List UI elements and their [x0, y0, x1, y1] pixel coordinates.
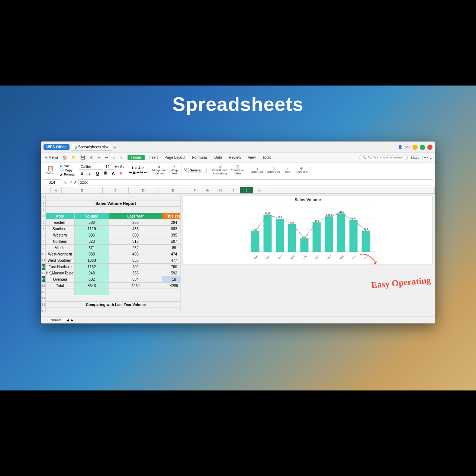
maximize-btn[interactable] [420, 145, 425, 150]
formula-input[interactable] [78, 179, 433, 186]
header-last-year[interactable]: Last Year [109, 213, 162, 219]
border-button[interactable]: ⊞ [102, 170, 109, 177]
format-painter-button[interactable]: 🖌 Format [60, 173, 75, 176]
cell-area[interactable]: Western [46, 232, 75, 238]
outdent-btn[interactable]: ↤ [144, 170, 147, 174]
nav-right-btn[interactable]: ▶ [71, 318, 73, 322]
font-color-button[interactable]: A [118, 170, 125, 177]
cell-volume[interactable]: 371 [74, 245, 109, 251]
cell-volume[interactable]: 948 [74, 270, 109, 276]
col-a[interactable]: A [51, 187, 62, 193]
cell-area[interactable]: Eastern [46, 219, 75, 226]
more-icon[interactable]: ⋯ [424, 155, 428, 160]
col-d[interactable]: D [129, 187, 158, 193]
fill-color-button[interactable]: A [110, 170, 117, 177]
bold-button[interactable]: B [79, 170, 86, 177]
cell-this-year[interactable]: 474 [162, 251, 181, 257]
copy-button[interactable]: 📄 Copy [60, 168, 73, 172]
cell-last-year[interactable]: 586 [109, 257, 162, 264]
format-as-table-button[interactable]: 📋 Format as Table [229, 164, 246, 176]
font-name-input[interactable] [79, 164, 103, 170]
cell-total-volume[interactable] [74, 289, 109, 295]
cell-volume[interactable]: 880 [74, 251, 109, 257]
tab-review[interactable]: Review [226, 155, 244, 160]
tab-view[interactable]: View [245, 155, 259, 160]
cell-area[interactable]: HK,Macow,Taipei [46, 270, 75, 276]
cell-last-year[interactable]: 600 [109, 232, 162, 238]
cell-volume[interactable]: 580 [74, 219, 109, 226]
cell-last-year[interactable]: 436 [109, 226, 162, 232]
cell-empty[interactable] [46, 308, 181, 312]
merge-center-button[interactable]: ⊕ Merge and Center [151, 164, 168, 176]
align-center-btn[interactable]: ☰ [132, 170, 136, 174]
align-top-btn[interactable]: ⬆ [131, 166, 134, 170]
cell-this-year[interactable]: 760 [162, 264, 181, 270]
col-k[interactable]: K [253, 187, 266, 193]
cell-area[interactable]: Middle [46, 245, 75, 251]
col-b[interactable]: B [62, 187, 103, 193]
cell-this-year[interactable]: 592 [162, 270, 181, 276]
cell-area[interactable]: Northern [46, 238, 75, 245]
tab-tools[interactable]: Tools [260, 155, 274, 160]
cell-last-year[interactable]: 286 [109, 219, 162, 226]
underline-button[interactable]: U [94, 170, 101, 177]
cell-area[interactable]: Total [46, 283, 75, 289]
cell-volume[interactable]: 823 [74, 238, 109, 245]
cell-area[interactable]: West-Northern [46, 251, 75, 257]
sort-button[interactable]: ↕ Sort [282, 166, 293, 174]
share-button[interactable]: Share [407, 155, 423, 160]
align-left-btn[interactable]: ⬅ [129, 170, 132, 174]
cell-empty[interactable] [46, 295, 181, 302]
toolbar-icon-redo[interactable]: ↪ [103, 155, 110, 160]
tab-formulas[interactable]: Formulas [189, 155, 211, 160]
align-bottom-btn[interactable]: ⬇ [138, 166, 141, 170]
col-h[interactable]: H [214, 187, 227, 193]
cell-volume[interactable]: 602 [74, 276, 109, 283]
cell-empty[interactable] [46, 194, 181, 200]
paste-button[interactable]: 📋 Paste [45, 165, 56, 176]
indent-btn[interactable]: ↦ [140, 170, 143, 174]
col-i[interactable]: I [227, 187, 240, 193]
tab-home[interactable]: Home [128, 155, 145, 160]
col-f[interactable]: F [188, 187, 201, 193]
cut-button[interactable]: ✂ Cut [60, 164, 69, 168]
tab-data[interactable]: Data [211, 155, 225, 160]
toolbar-icon-save[interactable]: 💾 [78, 155, 87, 160]
align-middle-btn[interactable]: ≡ [135, 166, 137, 170]
cell-area[interactable]: Southern [46, 226, 75, 232]
cell-this-year[interactable]: 507 [162, 238, 181, 245]
cell-last-year[interactable]: 356 [109, 270, 162, 276]
cell-last-year[interactable]: 402 [109, 264, 162, 270]
col-c[interactable]: C [103, 187, 129, 193]
autofilter-button[interactable]: ▽ AutoFilter [266, 166, 282, 174]
find-command[interactable]: 🔍 🔍 Click to find commands [359, 155, 406, 160]
wrap-text-button[interactable]: ↲ Wrap Text [169, 164, 180, 176]
format-button[interactable]: ⚙ Format = [294, 166, 309, 174]
autosum-button[interactable]: Σ AutoSum [250, 166, 265, 174]
cell-this-year[interactable]: 477 [162, 257, 181, 264]
header-area[interactable]: Area [46, 213, 75, 219]
header-this-year[interactable]: This Year [162, 213, 181, 219]
cell-this-year-selected[interactable]: 18 [162, 276, 181, 283]
col-e[interactable]: E [158, 187, 188, 193]
percent-btn[interactable]: % [184, 168, 187, 172]
align-right-btn[interactable]: ➡ [136, 170, 139, 174]
font-shrink-btn[interactable]: A↓ [120, 165, 125, 169]
toolbar-icon-print[interactable]: 🖨 [87, 155, 95, 160]
close-btn[interactable] [427, 145, 432, 150]
minimize-btn[interactable] [412, 145, 418, 150]
header-volume[interactable]: Volume [74, 213, 109, 219]
col-j-selected[interactable]: J [240, 187, 253, 193]
cell-area[interactable]: Oversea [46, 276, 75, 283]
cell-total-last[interactable] [109, 289, 162, 295]
nav-left-btn[interactable]: ◀ [67, 318, 69, 322]
tab-insert[interactable]: Insert [145, 155, 161, 160]
cell-last-year[interactable]: 584 [109, 276, 162, 283]
font-grow-btn[interactable]: A↑ [115, 165, 119, 169]
new-tab-btn[interactable]: + [113, 144, 116, 150]
cell-volume[interactable]: 1162 [74, 264, 109, 270]
cell-volume[interactable]: 1119 [74, 226, 109, 232]
toolbar-icon-open[interactable]: 📁 [70, 155, 78, 160]
cell-last-year[interactable]: 282 [109, 245, 162, 251]
conditional-formatting-button[interactable]: 📊 Conditional Formatting [211, 164, 229, 176]
